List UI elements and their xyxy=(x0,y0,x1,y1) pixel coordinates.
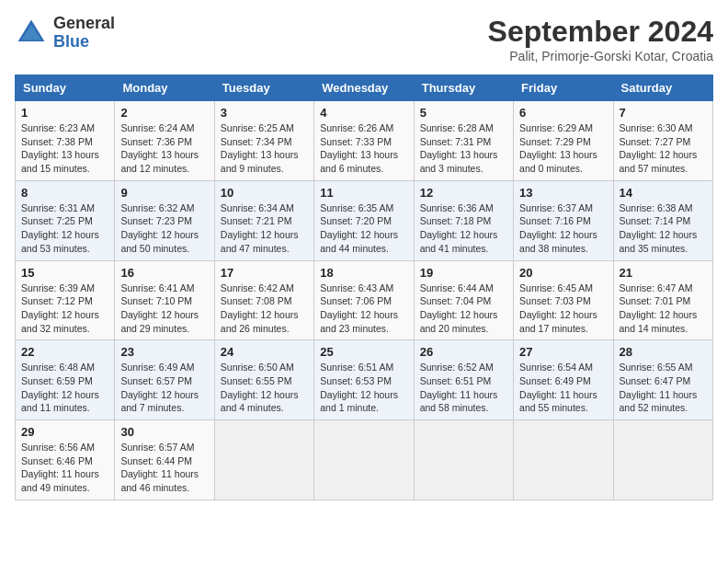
calendar-cell: 23 Sunrise: 6:49 AMSunset: 6:57 PMDaylig… xyxy=(115,340,214,420)
day-header-wednesday: Wednesday xyxy=(314,75,414,101)
day-info: Sunrise: 6:30 AMSunset: 7:27 PMDaylight:… xyxy=(620,121,707,176)
day-info: Sunrise: 6:23 AMSunset: 7:38 PMDaylight:… xyxy=(21,121,108,176)
day-info: Sunrise: 6:44 AMSunset: 7:04 PMDaylight:… xyxy=(420,282,507,336)
month-year-title: September 2024 xyxy=(488,15,713,49)
day-info: Sunrise: 6:35 AMSunset: 7:20 PMDaylight:… xyxy=(320,201,407,256)
day-info: Sunrise: 6:34 AMSunset: 7:21 PMDaylight:… xyxy=(221,201,308,256)
day-number: 12 xyxy=(420,186,507,200)
location-subtitle: Palit, Primorje-Gorski Kotar, Croatia xyxy=(488,49,713,63)
calendar-cell: 17 Sunrise: 6:42 AMSunset: 7:08 PMDaylig… xyxy=(214,260,313,340)
day-info: Sunrise: 6:57 AMSunset: 6:44 PMDaylight:… xyxy=(120,441,208,495)
day-number: 5 xyxy=(420,106,507,120)
calendar-table: SundayMondayTuesdayWednesdayThursdayFrid… xyxy=(15,75,713,500)
day-number: 21 xyxy=(620,266,707,280)
day-number: 11 xyxy=(320,186,407,200)
day-number: 9 xyxy=(120,186,208,200)
day-number: 25 xyxy=(320,345,407,359)
day-number: 13 xyxy=(519,186,607,200)
day-header-monday: Monday xyxy=(115,75,214,101)
day-info: Sunrise: 6:55 AMSunset: 6:47 PMDaylight:… xyxy=(620,361,707,415)
calendar-cell: 28 Sunrise: 6:55 AMSunset: 6:47 PMDaylig… xyxy=(613,340,712,420)
day-info: Sunrise: 6:28 AMSunset: 7:31 PMDaylight:… xyxy=(420,121,507,176)
calendar-cell: 25 Sunrise: 6:51 AMSunset: 6:53 PMDaylig… xyxy=(314,340,414,420)
logo: General Blue xyxy=(15,15,115,52)
calendar-cell: 1 Sunrise: 6:23 AMSunset: 7:38 PMDayligh… xyxy=(16,101,115,181)
day-number: 18 xyxy=(320,266,407,280)
day-number: 3 xyxy=(221,106,308,120)
day-header-saturday: Saturday xyxy=(613,75,712,101)
day-number: 14 xyxy=(620,186,707,200)
calendar-cell: 4 Sunrise: 6:26 AMSunset: 7:33 PMDayligh… xyxy=(314,101,414,181)
calendar-cell xyxy=(514,420,613,500)
day-info: Sunrise: 6:42 AMSunset: 7:08 PMDaylight:… xyxy=(221,282,308,336)
calendar-cell: 14 Sunrise: 6:38 AMSunset: 7:14 PMDaylig… xyxy=(613,180,712,260)
day-number: 22 xyxy=(21,345,108,359)
day-header-thursday: Thursday xyxy=(414,75,513,101)
day-number: 10 xyxy=(221,186,308,200)
calendar-header-row: SundayMondayTuesdayWednesdayThursdayFrid… xyxy=(16,75,713,101)
day-number: 27 xyxy=(519,345,607,359)
logo-blue: Blue xyxy=(53,32,89,51)
calendar-cell: 5 Sunrise: 6:28 AMSunset: 7:31 PMDayligh… xyxy=(414,101,513,181)
calendar-cell: 30 Sunrise: 6:57 AMSunset: 6:44 PMDaylig… xyxy=(115,420,214,500)
calendar-cell: 11 Sunrise: 6:35 AMSunset: 7:20 PMDaylig… xyxy=(314,180,414,260)
day-info: Sunrise: 6:25 AMSunset: 7:34 PMDaylight:… xyxy=(221,121,308,176)
day-info: Sunrise: 6:37 AMSunset: 7:16 PMDaylight:… xyxy=(519,201,607,256)
calendar-cell: 15 Sunrise: 6:39 AMSunset: 7:12 PMDaylig… xyxy=(16,260,115,340)
day-info: Sunrise: 6:26 AMSunset: 7:33 PMDaylight:… xyxy=(320,121,407,176)
day-info: Sunrise: 6:43 AMSunset: 7:06 PMDaylight:… xyxy=(320,282,407,336)
calendar-cell: 10 Sunrise: 6:34 AMSunset: 7:21 PMDaylig… xyxy=(214,180,313,260)
calendar-cell: 7 Sunrise: 6:30 AMSunset: 7:27 PMDayligh… xyxy=(613,101,712,181)
calendar-cell: 2 Sunrise: 6:24 AMSunset: 7:36 PMDayligh… xyxy=(115,101,214,181)
day-info: Sunrise: 6:54 AMSunset: 6:49 PMDaylight:… xyxy=(519,361,607,415)
day-number: 28 xyxy=(620,345,707,359)
day-info: Sunrise: 6:47 AMSunset: 7:01 PMDaylight:… xyxy=(620,282,707,336)
day-number: 6 xyxy=(519,106,607,120)
calendar-cell: 19 Sunrise: 6:44 AMSunset: 7:04 PMDaylig… xyxy=(414,260,513,340)
day-number: 7 xyxy=(620,106,707,120)
calendar-cell: 21 Sunrise: 6:47 AMSunset: 7:01 PMDaylig… xyxy=(613,260,712,340)
day-header-tuesday: Tuesday xyxy=(214,75,313,101)
day-number: 8 xyxy=(21,186,108,200)
calendar-cell: 3 Sunrise: 6:25 AMSunset: 7:34 PMDayligh… xyxy=(214,101,313,181)
calendar-cell xyxy=(314,420,414,500)
day-info: Sunrise: 6:32 AMSunset: 7:23 PMDaylight:… xyxy=(120,201,208,256)
day-number: 15 xyxy=(21,266,108,280)
day-number: 20 xyxy=(519,266,607,280)
day-number: 2 xyxy=(120,106,208,120)
calendar-cell: 6 Sunrise: 6:29 AMSunset: 7:29 PMDayligh… xyxy=(514,101,613,181)
day-info: Sunrise: 6:52 AMSunset: 6:51 PMDaylight:… xyxy=(420,361,507,415)
calendar-cell xyxy=(414,420,513,500)
calendar-cell: 8 Sunrise: 6:31 AMSunset: 7:25 PMDayligh… xyxy=(16,180,115,260)
calendar-cell: 12 Sunrise: 6:36 AMSunset: 7:18 PMDaylig… xyxy=(414,180,513,260)
day-number: 17 xyxy=(221,266,308,280)
title-block: September 2024 Palit, Primorje-Gorski Ko… xyxy=(488,15,713,63)
day-info: Sunrise: 6:49 AMSunset: 6:57 PMDaylight:… xyxy=(120,361,208,415)
calendar-cell: 24 Sunrise: 6:50 AMSunset: 6:55 PMDaylig… xyxy=(214,340,313,420)
day-info: Sunrise: 6:31 AMSunset: 7:25 PMDaylight:… xyxy=(21,201,108,256)
day-number: 23 xyxy=(120,345,208,359)
day-info: Sunrise: 6:41 AMSunset: 7:10 PMDaylight:… xyxy=(120,282,208,336)
calendar-cell: 20 Sunrise: 6:45 AMSunset: 7:03 PMDaylig… xyxy=(514,260,613,340)
calendar-week-4: 22 Sunrise: 6:48 AMSunset: 6:59 PMDaylig… xyxy=(16,340,713,420)
calendar-cell: 13 Sunrise: 6:37 AMSunset: 7:16 PMDaylig… xyxy=(514,180,613,260)
calendar-cell: 22 Sunrise: 6:48 AMSunset: 6:59 PMDaylig… xyxy=(16,340,115,420)
day-info: Sunrise: 6:24 AMSunset: 7:36 PMDaylight:… xyxy=(120,121,208,176)
day-number: 16 xyxy=(120,266,208,280)
calendar-cell: 9 Sunrise: 6:32 AMSunset: 7:23 PMDayligh… xyxy=(115,180,214,260)
calendar-week-5: 29 Sunrise: 6:56 AMSunset: 6:46 PMDaylig… xyxy=(16,420,713,500)
day-number: 1 xyxy=(21,106,108,120)
day-header-friday: Friday xyxy=(514,75,613,101)
calendar-cell: 16 Sunrise: 6:41 AMSunset: 7:10 PMDaylig… xyxy=(115,260,214,340)
calendar-week-3: 15 Sunrise: 6:39 AMSunset: 7:12 PMDaylig… xyxy=(16,260,713,340)
day-header-sunday: Sunday xyxy=(16,75,115,101)
day-info: Sunrise: 6:45 AMSunset: 7:03 PMDaylight:… xyxy=(519,282,607,336)
calendar-cell xyxy=(613,420,712,500)
day-info: Sunrise: 6:39 AMSunset: 7:12 PMDaylight:… xyxy=(21,282,108,336)
calendar-cell: 27 Sunrise: 6:54 AMSunset: 6:49 PMDaylig… xyxy=(514,340,613,420)
day-info: Sunrise: 6:50 AMSunset: 6:55 PMDaylight:… xyxy=(221,361,308,415)
day-number: 29 xyxy=(21,425,108,439)
calendar-cell: 18 Sunrise: 6:43 AMSunset: 7:06 PMDaylig… xyxy=(314,260,414,340)
day-number: 30 xyxy=(120,425,208,439)
logo-icon xyxy=(15,17,48,50)
